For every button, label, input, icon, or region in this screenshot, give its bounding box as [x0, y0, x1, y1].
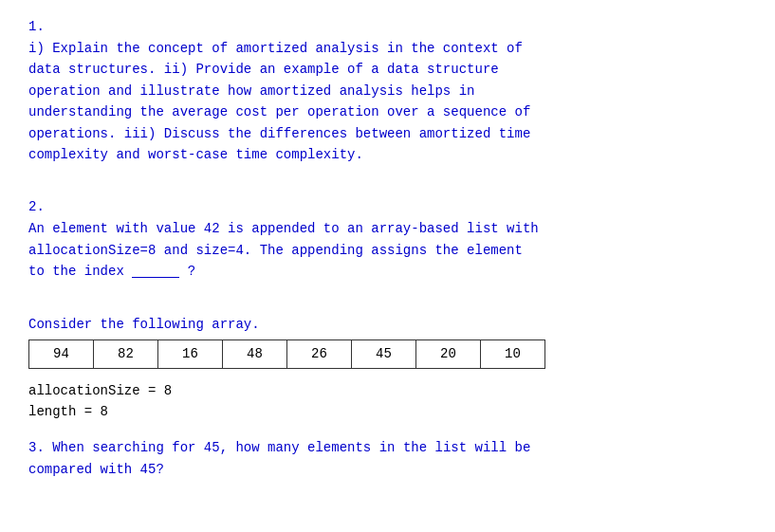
consider-text: Consider the following array.: [28, 317, 747, 332]
array-cell-3: 48: [223, 339, 287, 368]
array-cell-6: 20: [416, 339, 481, 368]
array-cell-2: 16: [158, 339, 223, 368]
array-row: 94 82 16 48 26 45 20 10: [29, 339, 545, 368]
q2-line1: An element with value 42 is appended to …: [28, 221, 539, 236]
question-2-number: 2.: [28, 199, 747, 214]
content-area: 1. i) Explain the concept of amortized a…: [28, 19, 747, 480]
array-info: allocationSize = 8 length = 8: [28, 380, 747, 423]
q2-line3-post: ?: [188, 264, 195, 279]
array-cell-0: 94: [29, 339, 94, 368]
question-1-text: i) Explain the concept of amortized anal…: [28, 38, 747, 165]
allocation-size-label: allocationSize = 8: [28, 380, 747, 401]
q2-line3-pre: to the index: [28, 264, 124, 279]
consider-section: Consider the following array. 94 82 16 4…: [28, 317, 747, 423]
q2-blank: [132, 277, 179, 278]
question-3-text: 3. When searching for 45, how many eleme…: [28, 437, 747, 480]
array-table: 94 82 16 48 26 45 20 10: [28, 339, 545, 369]
q2-line2: allocationSize=8 and size=4. The appendi…: [28, 243, 523, 258]
q3-line1: When searching for 45, how many elements…: [52, 440, 530, 455]
question-3-block: 3. When searching for 45, how many eleme…: [28, 437, 747, 480]
array-cell-5: 45: [352, 339, 416, 368]
array-cell-4: 26: [287, 339, 352, 368]
question-2-text: An element with value 42 is appended to …: [28, 218, 747, 282]
array-cell-1: 82: [94, 339, 158, 368]
question-1-number: 1.: [28, 19, 747, 34]
length-label: length = 8: [28, 401, 747, 422]
q3-line2: compared with 45?: [28, 462, 164, 477]
array-cell-7: 10: [481, 339, 545, 368]
question-2-block: 2. An element with value 42 is appended …: [28, 199, 747, 282]
q3-number: 3.: [28, 440, 45, 455]
question-1-block: 1. i) Explain the concept of amortized a…: [28, 19, 747, 165]
